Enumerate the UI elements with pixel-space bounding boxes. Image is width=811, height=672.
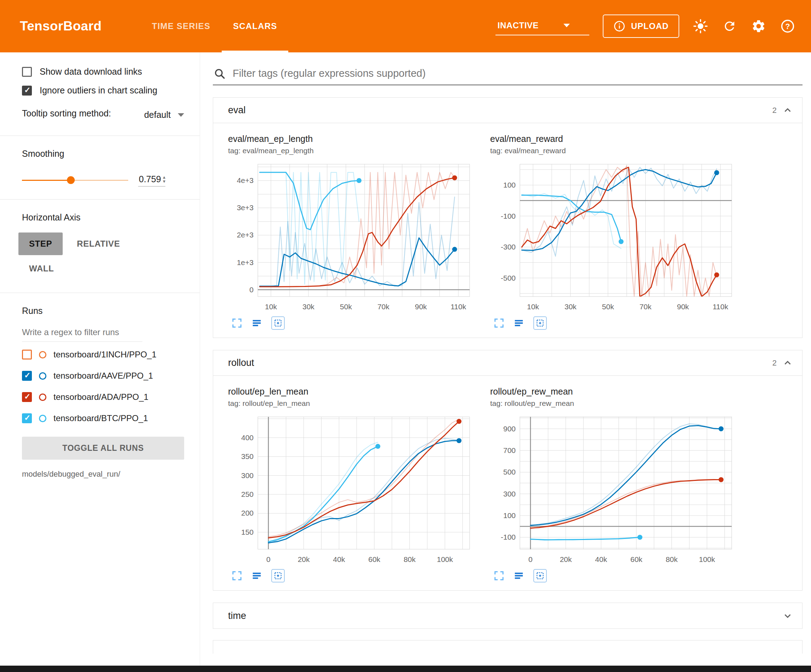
chevron-down-icon (178, 113, 184, 117)
chart-title: rollout/ep_rew_mean (490, 386, 738, 397)
runs-filter-input[interactable] (22, 325, 143, 342)
run-row-ada[interactable]: tensorboard/ADA/PPO_1 (22, 386, 200, 408)
smoothing-label: Smoothing (22, 149, 200, 159)
svg-text:400: 400 (241, 433, 254, 442)
run-label: tensorboard/AAVE/PPO_1 (53, 371, 153, 381)
expand-chart-icon[interactable] (232, 570, 242, 581)
card-rollout-header[interactable]: rollout 2 (213, 350, 802, 376)
svg-text:4e+3: 4e+3 (237, 176, 254, 185)
chart-block-ep-len-mean: rollout/ep_len_mean tag: rollout/ep_len_… (228, 386, 476, 582)
tooltip-sorting-select[interactable]: default (143, 108, 185, 123)
chevron-down-icon[interactable] (782, 610, 793, 621)
expand-chart-icon[interactable] (494, 570, 504, 581)
show-download-links-row[interactable]: Show data download links (22, 66, 200, 77)
card-time-header[interactable]: time (213, 603, 802, 628)
refresh-icon[interactable] (722, 19, 737, 34)
axis-wall-button[interactable]: WALL (19, 257, 64, 280)
svg-text:20k: 20k (560, 555, 572, 564)
run-checkbox[interactable] (22, 371, 32, 381)
svg-text:50k: 50k (602, 303, 614, 311)
section-title: time (228, 610, 777, 621)
fit-domain-icon[interactable] (271, 317, 285, 330)
line-chart-mean-ep-length[interactable]: 10k30k50k70k90k110k01e+32e+33e+34e+3 (228, 159, 476, 315)
svg-text:20k: 20k (298, 555, 310, 564)
ignore-outliers-checkbox[interactable] (22, 86, 32, 96)
svg-text:-300: -300 (501, 243, 516, 251)
svg-text:0: 0 (249, 286, 254, 294)
axis-relative-button[interactable]: RELATIVE (66, 232, 131, 255)
chevron-up-icon[interactable] (782, 105, 793, 116)
eval-charts-row: eval/mean_ep_length tag: eval/mean_ep_le… (213, 123, 802, 338)
svg-text:300: 300 (241, 471, 254, 479)
upload-label: UPLOAD (631, 21, 668, 31)
svg-text:900: 900 (503, 425, 516, 433)
run-checkbox[interactable] (22, 413, 32, 423)
run-label: tensorboard/BTC/PPO_1 (53, 413, 148, 423)
run-checkbox[interactable] (22, 392, 32, 402)
svg-text:100k: 100k (437, 555, 453, 564)
svg-text:60k: 60k (630, 555, 642, 564)
run-row-aave[interactable]: tensorboard/AAVE/PPO_1 (22, 365, 200, 386)
show-download-links-checkbox[interactable] (22, 67, 32, 77)
upload-button[interactable]: UPLOAD (603, 15, 679, 38)
bottom-scrollbar-strip[interactable] (0, 665, 811, 672)
fit-domain-icon[interactable] (533, 569, 547, 582)
toggle-all-runs-button[interactable]: TOGGLE ALL RUNS (22, 437, 184, 460)
brightness-icon[interactable] (693, 19, 708, 34)
card-eval-header[interactable]: eval 2 (213, 98, 802, 123)
smoothing-value-input[interactable] (138, 174, 163, 185)
header-actions: INACTIVE UPLOAD ? (495, 15, 796, 38)
chevron-down-icon (563, 24, 570, 27)
fit-domain-icon[interactable] (271, 569, 285, 582)
card-time: time (213, 603, 803, 629)
section-count: 2 (772, 359, 777, 368)
horizontal-axis-buttons: STEP RELATIVE WALL (19, 232, 167, 280)
chart-title: rollout/ep_len_mean (228, 386, 476, 397)
run-checkbox[interactable] (22, 350, 32, 359)
toggle-y-axis-icon[interactable] (514, 318, 524, 328)
run-color-circle (39, 393, 46, 401)
chart-block-mean-ep-length: eval/mean_ep_length tag: eval/mean_ep_le… (228, 134, 476, 330)
toggle-y-axis-icon[interactable] (251, 318, 262, 328)
run-row-btc[interactable]: tensorboard/BTC/PPO_1 (22, 408, 200, 429)
slider-thumb[interactable] (67, 176, 75, 184)
show-download-links-label: Show data download links (40, 66, 142, 77)
ignore-outliers-row[interactable]: Ignore outliers in chart scaling (22, 85, 200, 96)
tooltip-sorting-row: Tooltip sorting method: default (22, 108, 185, 123)
svg-text:-100: -100 (501, 533, 516, 541)
expand-chart-icon[interactable] (494, 318, 504, 328)
line-chart-ep-len-mean[interactable]: 020k40k60k80k100k150200250300350400 (228, 412, 476, 568)
smoothing-slider[interactable] (22, 176, 128, 184)
svg-text:-100: -100 (501, 212, 516, 220)
svg-text:250: 250 (241, 490, 254, 498)
fit-domain-icon[interactable] (533, 317, 547, 330)
chevron-up-icon[interactable] (782, 358, 793, 368)
gear-icon[interactable] (751, 19, 766, 34)
svg-text:40k: 40k (595, 555, 607, 564)
svg-text:90k: 90k (677, 303, 689, 311)
chart-tag: tag: eval/mean_ep_length (228, 147, 476, 155)
chart-block-ep-rew-mean: rollout/ep_rew_mean tag: rollout/ep_rew_… (490, 386, 738, 582)
tab-scalars[interactable]: SCALARS (222, 0, 288, 52)
axis-step-button[interactable]: STEP (19, 232, 63, 255)
divider (0, 293, 200, 293)
help-icon[interactable]: ? (780, 19, 796, 34)
toggle-y-axis-icon[interactable] (251, 570, 262, 581)
status-label: INACTIVE (497, 20, 539, 30)
svg-text:40k: 40k (333, 555, 345, 564)
status-dropdown[interactable]: INACTIVE (495, 17, 589, 36)
run-row-1inch[interactable]: tensorboard/1INCH/PPO_1 (22, 344, 200, 365)
svg-text:60k: 60k (368, 555, 380, 564)
expand-chart-icon[interactable] (232, 318, 242, 328)
app-header: TensorBoard TIME SERIES SCALARS INACTIVE… (0, 0, 811, 52)
svg-text:150: 150 (241, 528, 254, 536)
chart-tag: tag: eval/mean_reward (490, 147, 738, 155)
line-chart-ep-rew-mean[interactable]: 020k40k60k80k100k-100100300500700900 (490, 412, 738, 568)
stepper-arrows[interactable]: ▴▾ (163, 175, 165, 184)
tab-time-series[interactable]: TIME SERIES (141, 0, 222, 52)
card-rollout: rollout 2 rollout/ep_len_mean tag: rollo… (213, 350, 803, 591)
chart-title: eval/mean_ep_length (228, 134, 476, 144)
line-chart-mean-reward[interactable]: 10k30k50k70k90k110k100-100-300-500 (490, 159, 738, 315)
filter-tags-input[interactable] (232, 67, 802, 80)
toggle-y-axis-icon[interactable] (514, 570, 524, 581)
